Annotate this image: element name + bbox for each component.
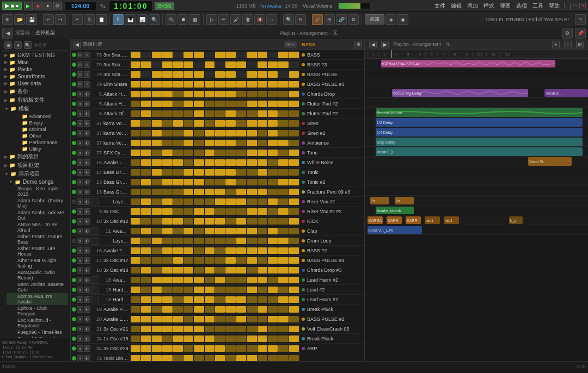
rack-solo[interactable]: ◐ bbox=[84, 91, 90, 97]
rack-solo[interactable]: ◐ bbox=[84, 345, 90, 352]
clip-karra-lead[interactable]: KARRA LEAD VOCAL bbox=[381, 60, 555, 67]
rack-mute[interactable]: ● bbox=[77, 101, 83, 107]
rack-solo[interactable]: ◐ bbox=[84, 287, 90, 293]
rack-led[interactable] bbox=[72, 258, 76, 263]
sidebar-item-soundfonts[interactable]: 📁Soundfonts bbox=[2, 73, 68, 80]
menu-edit[interactable]: 编辑 bbox=[449, 2, 464, 10]
rack-led[interactable] bbox=[72, 317, 76, 321]
demo-anna[interactable]: ANNA MIA - To Be Afraid bbox=[7, 221, 68, 233]
playlist-zoom-out[interactable]: - bbox=[564, 41, 572, 48]
rack-solo[interactable]: ◐ bbox=[84, 179, 90, 185]
tool-pattern[interactable]: ▦ bbox=[189, 14, 200, 25]
demo-asher1[interactable]: Asher Postm..Future Bass bbox=[7, 233, 68, 245]
rack-mute[interactable]: ● bbox=[77, 238, 83, 244]
tool-cut[interactable]: ✂ bbox=[72, 14, 83, 25]
rack-mute[interactable]: ● bbox=[77, 130, 83, 136]
demo-asher2[interactable]: Asher Postm..ure House bbox=[7, 245, 68, 257]
rack-led[interactable] bbox=[72, 92, 76, 96]
clip-vc6-6[interactable]: b_s. bbox=[509, 216, 523, 224]
panel-settings[interactable]: ⚙ bbox=[562, 28, 573, 39]
rack-pattern[interactable] bbox=[131, 51, 299, 59]
tool-zoom-out[interactable]: ⊖ bbox=[295, 14, 306, 25]
rack-mute[interactable]: ● bbox=[77, 296, 83, 303]
demo-benn[interactable]: Benn Jordan..assette Cafe bbox=[7, 281, 68, 293]
rack-pattern[interactable] bbox=[131, 345, 299, 352]
rack-solo[interactable]: ◐ bbox=[84, 101, 90, 107]
rack-mute[interactable]: ● bbox=[77, 189, 83, 195]
rack-led[interactable] bbox=[72, 102, 76, 106]
demo-bombs[interactable]: Bombs Awa..I'm Awake bbox=[7, 293, 68, 305]
menu-tools[interactable]: 工具 bbox=[530, 2, 546, 10]
rack-led[interactable] bbox=[72, 111, 76, 116]
sidebar-item-backup[interactable]: 📁备份 bbox=[2, 87, 68, 96]
tool-highlight[interactable]: 🖊 bbox=[312, 14, 323, 25]
demo-3loops[interactable]: 3loops - Kee..mple - 2015 bbox=[7, 185, 68, 197]
sidebar-item-other[interactable]: 📁 Other bbox=[11, 133, 68, 139]
rack-pattern[interactable] bbox=[131, 355, 299, 362]
playlist-zoom-in[interactable]: + bbox=[552, 41, 560, 48]
rack-led[interactable] bbox=[72, 346, 76, 351]
mixer-row-drumloop[interactable]: Drum Loop bbox=[299, 236, 364, 246]
sidebar-filter-btn[interactable]: ⊞ bbox=[4, 41, 12, 49]
rack-solo[interactable]: ◐ bbox=[84, 326, 90, 332]
logo-button[interactable]: ▶ ■ ● bbox=[2, 2, 22, 10]
rack-solo[interactable]: ◐ bbox=[84, 159, 90, 166]
rack-pattern[interactable] bbox=[131, 100, 299, 108]
rack-pattern[interactable] bbox=[131, 61, 299, 69]
clip-vc6-1[interactable]: KARRA bbox=[367, 216, 383, 224]
clip-vc6-3[interactable]: KARR bbox=[406, 216, 421, 224]
playlist-forward[interactable]: ▶ bbox=[381, 41, 389, 48]
demo-ephixa[interactable]: Ephixa - Club Penguin bbox=[7, 305, 68, 317]
rack-mute[interactable]: ● bbox=[77, 110, 83, 117]
rack-pattern[interactable] bbox=[131, 139, 299, 147]
tool-new[interactable]: ⊞ bbox=[2, 14, 13, 25]
mixer-row-ambience[interactable]: Ambience bbox=[299, 138, 364, 148]
rack-mute[interactable]: ● bbox=[77, 140, 83, 146]
vocal-volume-bar[interactable] bbox=[338, 3, 371, 9]
mixer-row-lead2[interactable]: Lead #2 bbox=[299, 285, 364, 295]
rack-pattern[interactable] bbox=[131, 217, 299, 225]
rack-solo[interactable]: ◐ bbox=[84, 169, 90, 176]
mixer-row-basspulse[interactable]: BASS PULSE bbox=[299, 70, 364, 79]
clip-slap-delay[interactable]: Slap Delay bbox=[376, 138, 583, 146]
clip-vc4-1[interactable]: 3s... bbox=[370, 197, 389, 204]
tool-snap[interactable]: 🔗 bbox=[336, 14, 347, 25]
rack-solo[interactable]: s bbox=[84, 52, 90, 58]
sidebar-item-minimal[interactable]: 📁 Minimal bbox=[11, 126, 68, 133]
rack-led[interactable] bbox=[72, 307, 76, 312]
add-plugin-button[interactable]: 添加 bbox=[365, 14, 384, 24]
time-display[interactable]: 1:01:00 bbox=[109, 1, 152, 11]
clip-vc5[interactable]: Awake_reverb bbox=[376, 207, 414, 214]
rack-led[interactable] bbox=[72, 268, 76, 272]
rack-solo[interactable]: ◐ bbox=[84, 277, 90, 283]
tool-slip[interactable]: ↔ bbox=[266, 14, 277, 25]
rack-pattern[interactable] bbox=[131, 247, 299, 254]
rack-pattern[interactable] bbox=[131, 80, 299, 88]
rack-mute[interactable]: m bbox=[77, 52, 83, 58]
rack-led[interactable] bbox=[72, 327, 76, 331]
rack-solo[interactable]: ◐ bbox=[84, 150, 90, 156]
tool-zoom-in[interactable]: 🔍 bbox=[283, 14, 294, 25]
mixer-row-flutter2[interactable]: Flutter Pad #2 bbox=[299, 109, 364, 119]
rack-solo[interactable]: ◐ bbox=[84, 306, 90, 313]
rack-mute[interactable]: ● bbox=[77, 306, 83, 313]
demo-adam1[interactable]: Adam Szabo..(Funky Mix) bbox=[7, 197, 68, 209]
bpm-display[interactable]: 124.00 bbox=[64, 2, 97, 10]
mixer-row-chords3[interactable]: Chords Drop #3 bbox=[299, 265, 364, 275]
menu-file[interactable]: 文件 bbox=[432, 2, 448, 10]
sidebar-item-demo[interactable]: 📁演示项目 bbox=[2, 170, 68, 178]
sidebar-item-packs[interactable]: 📁Packs bbox=[2, 66, 68, 73]
sidebar-item-misc[interactable]: 📁Misc bbox=[2, 59, 68, 66]
rack-led[interactable] bbox=[72, 72, 76, 77]
clip-reverb-volume[interactable]: Reverb Volume bbox=[376, 108, 583, 117]
rack-led[interactable] bbox=[72, 229, 76, 233]
rack-solo[interactable]: ◐ bbox=[84, 208, 90, 215]
demo-adam2[interactable]: Adam Szabo..ock Me Out bbox=[7, 209, 68, 221]
sidebar-item-performance[interactable]: 📁 Performance bbox=[11, 139, 68, 146]
mixer-row-riser1[interactable]: Riser Vox #2 bbox=[299, 197, 364, 207]
rack-mute[interactable]: ● bbox=[77, 218, 83, 225]
rack-pattern[interactable] bbox=[131, 129, 299, 137]
rack-pattern[interactable] bbox=[131, 315, 299, 323]
rack-solo[interactable]: ◐ bbox=[84, 238, 90, 244]
rack-pattern[interactable] bbox=[131, 266, 299, 274]
